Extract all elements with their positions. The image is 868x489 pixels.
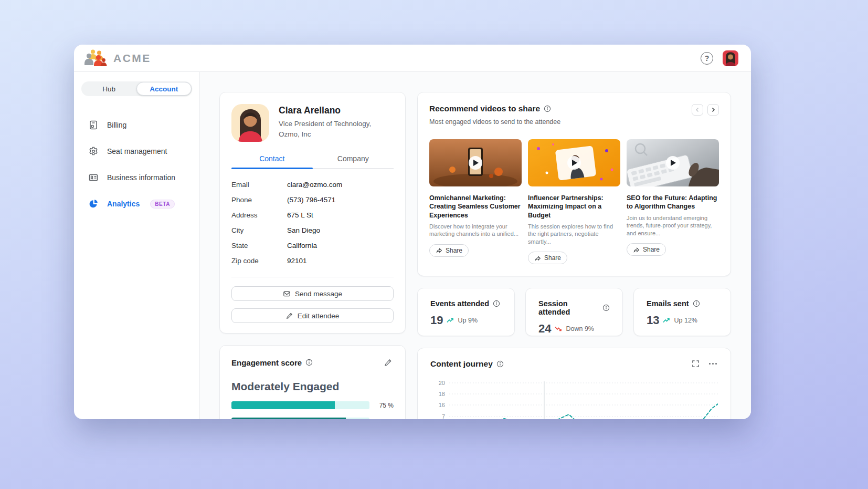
app-window: ACME ? Hub Account <box>74 45 751 419</box>
sidebar-item-label: Billing <box>107 121 126 129</box>
beta-badge: BETA <box>150 200 175 209</box>
svg-text:7: 7 <box>442 413 445 419</box>
divider <box>231 277 394 277</box>
recommend-videos-card: Recommend videos to share Most engaged v… <box>417 92 731 276</box>
svg-text:16: 16 <box>439 402 445 408</box>
field-phone: Phone (573) 796-4571 <box>231 192 394 207</box>
video-thumbnail-seo[interactable] <box>627 139 719 186</box>
video-description: Discover how to integrate your marketing… <box>429 223 522 238</box>
engagement-bar-row: 75 % <box>231 401 394 409</box>
edit-engagement-icon[interactable] <box>383 357 394 368</box>
contact-fields: Email clara@ozmo.com Phone (573) 796-457… <box>231 177 394 268</box>
stat-value: 24 <box>538 322 551 336</box>
sidebar-item-business-information[interactable]: Business information <box>81 164 192 191</box>
trend-up-icon <box>663 317 670 324</box>
field-zip: Zip code 92101 <box>231 253 394 268</box>
share-button[interactable]: Share <box>627 243 666 256</box>
content-journey-chart[interactable]: 201816765 <box>430 376 718 419</box>
attendee-card: Clara Arellano Vice President of Technol… <box>219 92 406 334</box>
fullscreen-icon[interactable] <box>691 359 701 369</box>
videos-title: Recommend videos to share <box>429 104 540 113</box>
trend-up-icon <box>447 317 454 324</box>
video-thumbnail-omnichannel[interactable] <box>429 139 522 186</box>
sidebar-item-seat-management[interactable]: Seat management <box>81 138 192 164</box>
carousel-next-button[interactable] <box>707 104 719 116</box>
user-avatar[interactable] <box>723 50 738 66</box>
brand-name: ACME <box>113 52 151 65</box>
sidebar: Hub Account Billing <box>74 72 200 419</box>
svg-text:20: 20 <box>439 380 445 386</box>
video-tile: Omnichannel Marketing: Creating Seamless… <box>429 139 522 264</box>
info-icon[interactable] <box>693 300 700 307</box>
help-icon[interactable]: ? <box>701 52 713 65</box>
field-address: Address 675 L St <box>231 207 394 223</box>
info-icon[interactable] <box>493 300 500 307</box>
journey-title: Content journey <box>430 359 493 369</box>
svg-text:18: 18 <box>439 391 445 397</box>
sidebar-item-label: Business information <box>107 173 175 182</box>
sidebar-item-label: Analytics <box>107 200 140 208</box>
content-journey-card: Content journey <box>417 348 731 419</box>
trend-label: Up 9% <box>458 317 478 324</box>
field-state: State California <box>231 238 394 253</box>
field-email: Email clara@ozmo.com <box>231 177 394 192</box>
share-icon <box>436 247 442 254</box>
progress-track <box>231 418 369 419</box>
share-button[interactable]: Share <box>429 244 469 257</box>
trend-label: Up 12% <box>674 317 697 324</box>
info-icon[interactable] <box>544 105 551 112</box>
video-title: Influencer Partnerships: Maximizing Impa… <box>528 194 620 220</box>
pie-chart-icon <box>88 199 99 209</box>
info-icon[interactable] <box>602 304 610 311</box>
progress-fill <box>231 401 335 409</box>
tab-company[interactable]: Company <box>313 154 394 168</box>
pencil-icon <box>286 312 293 319</box>
info-icon[interactable] <box>305 359 313 366</box>
progress-label: 75 % <box>376 402 394 409</box>
progress-label: 83 % <box>376 418 394 420</box>
video-thumbnail-influencer[interactable] <box>528 139 620 186</box>
top-bar: ACME ? <box>74 45 751 72</box>
video-title: SEO for the Future: Adapting to Algorith… <box>627 194 719 211</box>
video-tile: SEO for the Future: Adapting to Algorith… <box>627 139 719 264</box>
sidebar-item-billing[interactable]: Billing <box>81 112 192 138</box>
envelope-icon <box>283 290 291 298</box>
trend-label: Down 9% <box>566 325 594 332</box>
stat-value: 13 <box>647 314 659 327</box>
trend-down-icon <box>555 326 562 332</box>
engagement-bar-row: 83 % <box>231 418 394 419</box>
sidebar-item-label: Seat management <box>107 147 167 155</box>
video-description: This session explores how to find the ri… <box>528 223 620 246</box>
top-bar-right: ? <box>701 50 738 66</box>
stat-card-events-attended: Events attended 19 Up 9% <box>417 288 515 336</box>
more-options-icon[interactable] <box>708 362 718 366</box>
attendee-title: Vice President of Technology, Ozmo, Inc <box>279 119 378 139</box>
video-title: Omnichannel Marketing: Creating Seamless… <box>429 194 522 220</box>
engagement-level: Moderately Engaged <box>231 380 394 393</box>
info-icon[interactable] <box>496 360 504 368</box>
tab-contact[interactable]: Contact <box>231 154 313 168</box>
field-city: City San Diego <box>231 223 394 238</box>
tab-account[interactable]: Account <box>136 82 192 96</box>
tab-hub[interactable]: Hub <box>82 82 136 96</box>
share-button[interactable]: Share <box>528 252 567 264</box>
gear-icon <box>88 146 99 157</box>
share-icon <box>534 255 541 262</box>
attendee-tabs: Contact Company <box>231 154 394 169</box>
videos-subtitle: Most engaged videos to send to the atten… <box>429 118 560 126</box>
edit-attendee-button[interactable]: Edit attendee <box>231 308 394 323</box>
video-tile: Influencer Partnerships: Maximizing Impa… <box>528 139 620 264</box>
progress-track <box>231 401 369 409</box>
hub-account-switch: Hub Account <box>81 81 192 96</box>
stat-card-session-attended: Session attended 24 Down 9% <box>525 288 623 336</box>
carousel-controls <box>692 104 719 116</box>
sidebar-item-analytics[interactable]: Analytics BETA <box>81 191 192 217</box>
engagement-score-card: Engagement score <box>219 345 406 419</box>
acme-logo-icon <box>84 49 108 68</box>
attendee-name: Clara Arellano <box>279 105 378 116</box>
carousel-prev-button[interactable] <box>692 104 703 116</box>
stats-row: Events attended 19 Up 9% <box>417 288 731 336</box>
stat-card-emails-sent: Emails sent 13 Up 12% <box>633 288 731 336</box>
send-message-button[interactable]: Send message <box>231 286 394 301</box>
progress-fill <box>231 418 346 419</box>
